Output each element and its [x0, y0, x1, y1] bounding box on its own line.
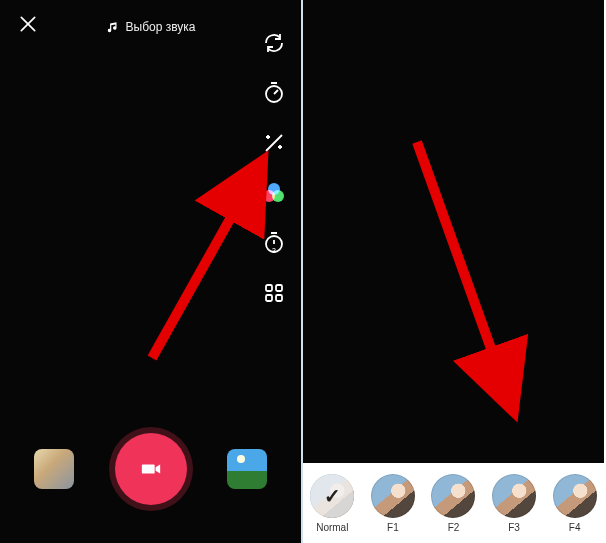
svg-rect-4 — [276, 285, 282, 291]
flip-camera-button[interactable] — [261, 30, 287, 56]
magic-wand-icon — [262, 131, 286, 155]
filter-thumbnail — [310, 474, 354, 518]
effects-button[interactable] — [34, 449, 74, 489]
filter-selection-screen: Normal F1 F2 F3 F4 — [301, 0, 604, 543]
svg-line-8 — [417, 142, 513, 410]
filters-icon — [263, 183, 285, 203]
svg-rect-6 — [276, 295, 282, 301]
filter-option-f2[interactable]: F2 — [428, 474, 479, 533]
sound-select-label: Выбор звука — [126, 20, 196, 34]
filter-thumbnail — [492, 474, 536, 518]
filter-label: F1 — [387, 522, 399, 533]
filter-label: F2 — [448, 522, 460, 533]
svg-rect-3 — [266, 285, 272, 291]
annotation-arrow-right — [403, 130, 543, 430]
filter-thumbnail — [371, 474, 415, 518]
upload-button[interactable] — [227, 449, 267, 489]
annotation-arrow-left — [140, 150, 280, 370]
speed-button[interactable] — [261, 80, 287, 106]
filter-option-f4[interactable]: F4 — [549, 474, 600, 533]
camera-screen: Выбор звука — [0, 0, 301, 543]
sound-select-button[interactable]: Выбор звука — [106, 20, 196, 34]
more-tools-button[interactable] — [261, 280, 287, 306]
video-camera-icon — [140, 458, 162, 480]
bottom-bar — [0, 433, 301, 505]
top-bar: Выбор звука — [0, 14, 301, 40]
camera-tools: 3 — [261, 30, 287, 306]
grid-icon — [262, 281, 286, 305]
beauty-button[interactable] — [261, 130, 287, 156]
filter-label: Normal — [316, 522, 348, 533]
speed-icon — [262, 81, 286, 105]
filters-button[interactable] — [261, 180, 287, 206]
filter-thumbnail — [553, 474, 597, 518]
filter-option-f3[interactable]: F3 — [489, 474, 540, 533]
filter-bar: Normal F1 F2 F3 F4 — [303, 463, 604, 543]
timer-icon: 3 — [262, 231, 286, 255]
filter-thumbnail — [431, 474, 475, 518]
close-button[interactable] — [18, 14, 38, 40]
record-button[interactable] — [115, 433, 187, 505]
music-note-icon — [106, 20, 120, 34]
svg-text:3: 3 — [272, 247, 276, 254]
close-icon — [18, 14, 38, 34]
svg-rect-5 — [266, 295, 272, 301]
flip-icon — [262, 31, 286, 55]
filter-option-f1[interactable]: F1 — [368, 474, 419, 533]
timer-button[interactable]: 3 — [261, 230, 287, 256]
filter-label: F4 — [569, 522, 581, 533]
svg-line-7 — [152, 162, 262, 358]
filter-option-normal[interactable]: Normal — [307, 474, 358, 533]
filter-label: F3 — [508, 522, 520, 533]
